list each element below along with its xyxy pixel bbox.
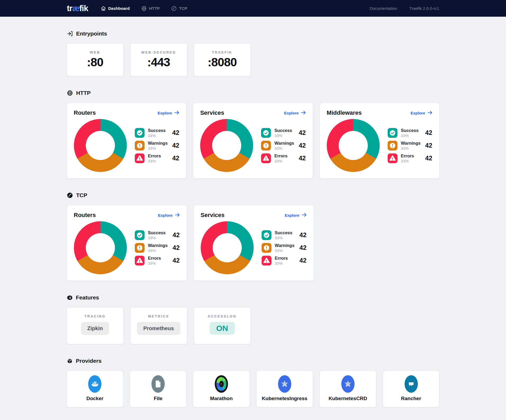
explore-label: Explore <box>410 111 425 115</box>
chart-legend: Success33% 42 Warnings33% 42 Errors33% 4… <box>135 230 180 266</box>
explore-link[interactable]: Explore <box>410 111 432 115</box>
legend-count: 42 <box>172 129 179 136</box>
provider-name: KubernetesIngress <box>257 396 313 401</box>
success-icon <box>388 128 397 138</box>
legend-count: 42 <box>299 244 307 251</box>
legend-row-errors: Errors33% 42 <box>261 153 306 163</box>
nav-item-dashboard[interactable]: Dashboard <box>101 6 130 11</box>
explore-link[interactable]: Explore <box>284 111 306 115</box>
explore-link[interactable]: Explore <box>158 213 180 218</box>
nav-item-http[interactable]: HTTP <box>141 6 160 11</box>
success-icon <box>262 230 271 240</box>
legend-count: 42 <box>173 231 180 239</box>
warning-icon <box>261 141 271 151</box>
explore-link[interactable]: Explore <box>158 111 179 115</box>
status-donut-chart <box>74 119 127 172</box>
tcp-services-card: Services Explore Success33% 42 War <box>194 205 314 281</box>
entrypoints-section-heading: Entrypoints <box>67 30 439 37</box>
providers-section-heading: Providers <box>67 358 439 364</box>
marathon-icon <box>215 375 228 393</box>
warning-icon <box>135 141 145 151</box>
error-icon <box>135 256 145 266</box>
provider-card-marathon: Marathon <box>193 371 249 407</box>
status-donut-chart <box>74 221 127 274</box>
arrow-right-icon <box>428 111 432 115</box>
legend-row-errors: Errors33% 42 <box>388 153 432 163</box>
entrypoint-name: WEB <box>67 44 123 54</box>
nav-item-tcp[interactable]: TCP <box>171 6 187 11</box>
explore-label: Explore <box>285 213 299 218</box>
globe-icon <box>67 90 73 96</box>
entrypoint-card-web-secured: WEB-SECURED :443 <box>131 44 187 76</box>
provider-name: Rancher <box>383 396 439 401</box>
providers-cards: Docker File Marathon KubernetesIngress K… <box>67 371 439 407</box>
legend-percent: 33% <box>401 133 419 138</box>
legend-percent: 33% <box>148 236 166 240</box>
legend-count: 42 <box>425 129 432 136</box>
legend-row-errors: Errors33% 42 <box>135 256 180 266</box>
legend-row-success: Success33% 42 <box>135 230 180 240</box>
legend-percent: 33% <box>275 248 295 253</box>
section-title: Features <box>76 294 99 301</box>
version-label: Traefik 2.0.0-rc1 <box>409 6 439 11</box>
entrypoint-port: :80 <box>67 55 123 69</box>
legend-count: 42 <box>299 154 306 162</box>
status-donut-chart <box>200 119 253 172</box>
feature-card-metrics: METRICS Prometheus <box>131 308 187 344</box>
tcp-section-heading: TCP <box>67 192 439 198</box>
traefik-logo[interactable]: træfik <box>67 4 88 13</box>
explore-link[interactable]: Explore <box>285 213 306 218</box>
provider-card-kubernetes-crd: KubernetesCRD <box>320 371 376 407</box>
http-middlewares-card: Middlewares Explore Success33% 42 <box>320 103 439 178</box>
warning-icon <box>135 243 145 253</box>
section-title: Providers <box>76 358 102 364</box>
legend-count: 42 <box>172 154 179 162</box>
legend-percent: 33% <box>274 133 292 138</box>
legend-count: 42 <box>173 257 180 264</box>
error-icon <box>388 153 397 163</box>
nav-item-label: HTTP <box>149 6 160 11</box>
legend-label: Errors <box>148 256 161 261</box>
explore-label: Explore <box>284 111 299 115</box>
feature-name: TRACING <box>67 308 123 318</box>
error-icon <box>262 256 271 266</box>
legend-percent: 33% <box>148 261 161 266</box>
features-section-heading: Features <box>67 294 439 301</box>
section-title: TCP <box>76 192 87 198</box>
entrypoint-name: TRAEFIK <box>194 44 250 54</box>
arrow-right-icon <box>301 111 306 115</box>
provider-card-docker: Docker <box>67 371 123 407</box>
card-title: Services <box>201 212 225 219</box>
section-title: HTTP <box>76 90 91 96</box>
nav-right: Documentation Traefik 2.0.0-rc1 <box>370 6 439 11</box>
legend-count: 42 <box>299 231 307 239</box>
legend-row-errors: Errors33% 42 <box>262 256 307 266</box>
entrypoints-cards: WEB :80 WEB-SECURED :443 TRAEFIK :8080 <box>67 44 439 76</box>
chart-legend: Success33% 42 Warnings33% 42 Errors33% 4… <box>388 128 432 163</box>
documentation-link[interactable]: Documentation <box>370 6 397 11</box>
legend-row-warnings: Warnings33% 42 <box>261 141 306 151</box>
feature-card-tracing: TRACING Zipkin <box>67 308 123 344</box>
success-icon <box>261 128 271 138</box>
http-routers-card: Routers Explore Success33% 42 Warn <box>67 103 186 178</box>
http-cards: Routers Explore Success33% 42 Warn <box>67 103 439 178</box>
kubernetes-icon <box>278 375 291 393</box>
file-icon <box>151 375 165 393</box>
tcp-routers-card: Routers Explore Success33% 42 Warn <box>67 205 187 281</box>
legend-label: Errors <box>274 153 288 158</box>
entrypoint-port: :8080 <box>194 55 250 69</box>
legend-label: Errors <box>401 153 414 158</box>
logo-text-post: fik <box>79 4 88 13</box>
feature-card-accesslog: ACCESSLOG ON <box>194 308 250 344</box>
legend-row-success: Success33% 42 <box>388 128 432 138</box>
legend-label: Success <box>274 128 292 133</box>
legend-percent: 33% <box>401 146 421 151</box>
arrow-right-icon <box>302 213 307 218</box>
feature-value-chip: Prometheus <box>137 322 180 335</box>
legend-count: 42 <box>299 129 306 136</box>
provider-name: Marathon <box>193 396 249 401</box>
explore-label: Explore <box>158 213 172 218</box>
provider-card-file: File <box>130 371 186 407</box>
error-icon <box>261 153 271 163</box>
tcp-cards: Routers Explore Success33% 42 Warn <box>67 205 439 281</box>
